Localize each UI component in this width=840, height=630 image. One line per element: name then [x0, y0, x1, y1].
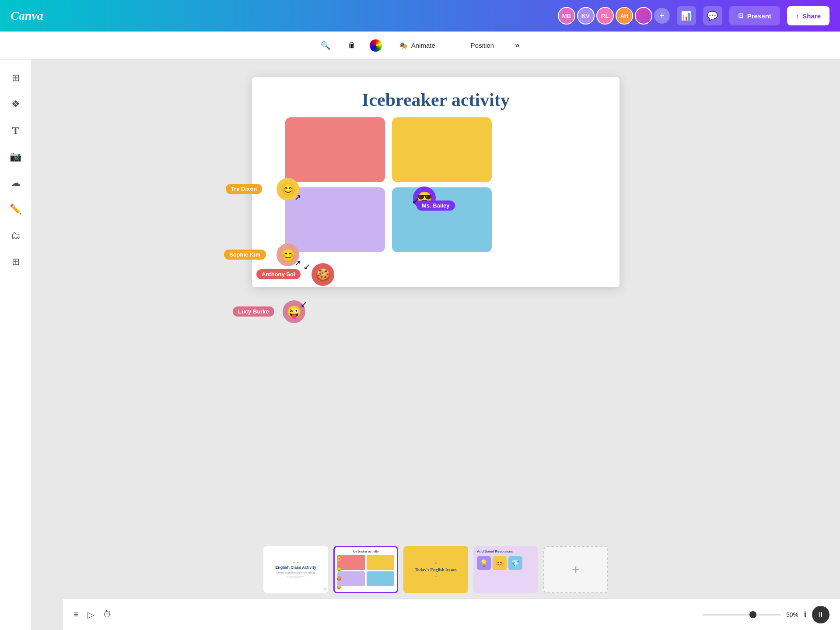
avatar-ah[interactable]: AH	[616, 7, 633, 25]
thumbnail-3-label: Today's English lesson	[415, 567, 457, 573]
sidebar-item-layouts[interactable]: ⊞	[4, 67, 27, 89]
timer-icon[interactable]: ⏱	[103, 609, 112, 619]
logo: Canva	[10, 9, 43, 23]
thumbnail-2[interactable]: Ice braker activity 😊 😊 🍪 😜	[333, 546, 398, 593]
pink-block[interactable]	[285, 117, 385, 182]
add-collaborator-button[interactable]: +	[654, 8, 670, 24]
slide-canvas: Icebreaker activity 😊 Tre Dixon ↗ 😊 Soph…	[252, 77, 620, 287]
anthony-soi-label: Anthony Soi	[256, 269, 301, 279]
header: Canva MB KV RL AH + 📊 💬 ⊡ Present ↑ Shar…	[0, 0, 840, 32]
avatar-user-photo[interactable]	[635, 7, 652, 25]
sidebar-item-apps[interactable]: ⊞	[4, 250, 27, 273]
toolbar-divider	[453, 39, 453, 53]
thumbnail-1-label: English Class Activity	[275, 565, 316, 570]
toolbar: 🔍 🗑 🎭 Animate Position »	[0, 32, 840, 60]
thumbnail-3[interactable]: ≈ Today's English lesson ≈	[403, 546, 468, 593]
resource-icon-1: 💡	[477, 556, 491, 570]
thumbnail-4[interactable]: Additional Resources 💡 😊 💎	[473, 546, 538, 593]
preview-icon[interactable]: ▷	[88, 609, 94, 620]
add-slide-button[interactable]: +	[543, 546, 608, 593]
bottom-left-controls: ≡ ▷ ⏱	[74, 609, 112, 620]
main-layout: ⊞ ❖ T 📷 ☁ ✏️ 🗂 ⊞ Icebreaker activity 😊 T…	[0, 60, 840, 630]
thumbnail-2-label: Ice braker activity	[337, 550, 394, 553]
anthony-soi-cursor-arrow: ↗	[304, 262, 310, 272]
thumbnail-1[interactable]: ★ ★ English Class Activity Grade: Englis…	[263, 546, 328, 593]
thumbnail-4-label: Additional Resources	[477, 549, 535, 553]
avatar-mb[interactable]: MB	[558, 7, 575, 25]
share-label: Share	[802, 12, 821, 20]
cursor-tre-dixon: 😊 Tre Dixon ↗	[276, 178, 299, 201]
position-label: Position	[471, 42, 494, 49]
cursor-lucy-burke: 😜 Lucy Burke ↙	[283, 300, 305, 323]
pause-button[interactable]: ⏸	[812, 606, 830, 623]
color-picker[interactable]	[370, 39, 382, 52]
sidebar-item-photos[interactable]: 📷	[4, 145, 27, 168]
present-icon: ⊡	[738, 12, 744, 20]
present-button[interactable]: ⊡ Present	[729, 6, 780, 25]
zoom-percent: 50%	[786, 611, 798, 618]
bottom-right-controls: 50% ℹ ⏸	[702, 606, 830, 623]
animate-button[interactable]: 🎭 Animate	[392, 38, 442, 53]
animate-label: Animate	[411, 42, 435, 49]
resource-icon-2: 😊	[493, 556, 507, 570]
present-label: Present	[747, 12, 771, 20]
thumbnail-strip: ★ ★ English Class Activity Grade: Englis…	[32, 541, 840, 598]
more-options-icon[interactable]: »	[511, 37, 523, 53]
info-icon[interactable]: ℹ	[804, 610, 807, 619]
lucy-burke-cursor-arrow: ↙	[301, 299, 307, 309]
sophie-kim-label: Sophie Kim	[224, 250, 266, 260]
slide-title: Icebreaker activity	[252, 89, 620, 110]
sophie-kim-cursor-arrow: ↗	[294, 258, 301, 268]
sidebar-item-draw[interactable]: ✏️	[4, 198, 27, 221]
share-button[interactable]: ↑ Share	[787, 6, 830, 25]
tre-dixon-label: Tre Dixon	[226, 184, 262, 194]
cursor-sophie-kim: 😊 Sophie Kim ↗	[276, 243, 299, 266]
search-icon[interactable]: 🔍	[317, 37, 334, 54]
avatar-rl[interactable]: RL	[596, 7, 614, 25]
ms-bailey-label: Ms. Bailey	[416, 201, 455, 211]
add-slide-icon: +	[572, 562, 580, 578]
yellow-block[interactable]	[392, 117, 492, 182]
zoom-slider[interactable]	[702, 614, 781, 616]
blue-block[interactable]	[392, 187, 492, 252]
resource-icon-3: 💎	[508, 556, 522, 570]
avatar-kv[interactable]: KV	[577, 7, 595, 25]
sidebar-item-folders[interactable]: 🗂	[4, 224, 27, 247]
canvas-area: Icebreaker activity 😊 Tre Dixon ↗ 😊 Soph…	[32, 60, 840, 630]
position-button[interactable]: Position	[464, 38, 501, 53]
lucy-burke-label: Lucy Burke	[233, 306, 274, 317]
cursor-anthony-soi: 🍪 Anthony Soi ↗	[312, 263, 334, 286]
analytics-button[interactable]: 📊	[677, 6, 696, 25]
zoom-thumb[interactable]	[749, 611, 756, 618]
tre-dixon-cursor-arrow: ↗	[294, 193, 301, 202]
sidebar-item-elements[interactable]: ❖	[4, 93, 27, 116]
notes-icon[interactable]: ≡	[74, 609, 79, 619]
bottom-bar: ≡ ▷ ⏱ 50% ℹ ⏸	[63, 598, 840, 630]
sidebar-item-text[interactable]: T	[4, 119, 27, 142]
cursor-ms-bailey: 😎 Ms. Bailey ↙	[413, 187, 436, 209]
animate-icon: 🎭	[399, 42, 408, 49]
sidebar-item-uploads[interactable]: ☁	[4, 172, 27, 194]
share-icon: ↑	[796, 12, 799, 20]
comments-button[interactable]: 💬	[703, 6, 722, 25]
anthony-soi-emoji: 🍪	[312, 263, 334, 286]
sidebar: ⊞ ❖ T 📷 ☁ ✏️ 🗂 ⊞	[0, 60, 32, 630]
avatar-group: MB KV RL AH +	[558, 7, 670, 25]
header-right: MB KV RL AH + 📊 💬 ⊡ Present ↑ Share	[558, 6, 830, 25]
trash-icon[interactable]: 🗑	[344, 37, 359, 53]
ms-bailey-cursor-arrow: ↙	[412, 196, 419, 206]
